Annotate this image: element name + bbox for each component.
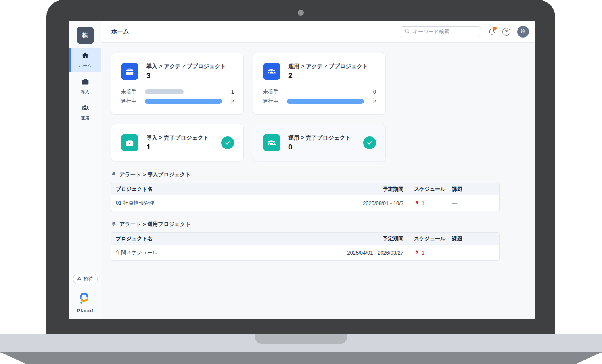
- search-icon: [405, 28, 410, 35]
- bell-icon: [111, 221, 117, 228]
- stat-label: 進行中: [121, 98, 145, 105]
- person-add-icon: [77, 276, 82, 282]
- card-title: 導入 > アクティブプロジェクト: [146, 63, 226, 70]
- alert-table-operation: プロジェクト名 予定期間 スケジュール 課題 年間スケジュール 2025/04/…: [111, 232, 500, 261]
- alert-section-title-intro: アラート > 導入プロジェクト: [111, 171, 500, 178]
- sidebar-item-label: ホーム: [79, 63, 92, 69]
- invite-button-label: 招待: [84, 276, 93, 282]
- help-button[interactable]: ?: [502, 28, 510, 36]
- card-intro-completed[interactable]: 導入 > 完了プロジェクト 1: [111, 124, 244, 161]
- invite-button[interactable]: 招待: [73, 274, 98, 284]
- progress-bar: [287, 99, 364, 104]
- stat-row: 進行中 2: [263, 98, 376, 105]
- column-header-issue: 課題: [448, 235, 499, 242]
- progress-bar: [145, 89, 184, 94]
- laptop-base-bottom: [0, 352, 602, 364]
- table-row[interactable]: 01-社員情報管理 2025/08/01 - 10/3 1 —: [111, 195, 499, 211]
- cell-schedule: 1: [410, 249, 448, 256]
- sidebar-item-label: 導入: [81, 89, 89, 95]
- question-icon: ?: [502, 28, 510, 36]
- column-header-schedule: スケジュール: [410, 186, 448, 193]
- check-icon: [363, 136, 376, 149]
- card-title: 運用 > アクティブプロジェクト: [288, 63, 368, 70]
- app-window: 株 ホーム 導入 運用: [69, 21, 535, 319]
- topbar: ホーム ? 鈴: [101, 21, 535, 43]
- alert-table-intro: プロジェクト名 予定期間 スケジュール 課題 01-社員情報管理 2025/08…: [111, 183, 500, 211]
- bell-icon: [111, 172, 117, 178]
- flame-icon: [414, 249, 420, 256]
- cell-issue: —: [448, 250, 499, 256]
- sidebar-item-intro[interactable]: 導入: [69, 74, 101, 98]
- topbar-actions: ? 鈴: [401, 26, 529, 38]
- alert-section-label: アラート > 運用プロジェクト: [119, 221, 191, 228]
- completed-cards-row: 導入 > 完了プロジェクト 1: [111, 124, 500, 161]
- people-icon: [81, 104, 89, 113]
- card-title: 導入 > 完了プロジェクト: [146, 134, 209, 141]
- sidebar-nav: ホーム 導入 運用: [69, 48, 101, 125]
- people-icon: [263, 63, 280, 80]
- column-header-period: 予定期間: [378, 186, 410, 193]
- briefcase-icon: [121, 63, 138, 80]
- column-header-issue: 課題: [448, 186, 499, 193]
- brand-name: Placul: [77, 308, 93, 314]
- main: 導入 > アクティブプロジェクト 3 未着手 1 進行中: [101, 43, 535, 319]
- card-operation-active[interactable]: 運用 > アクティブプロジェクト 2 未着手 0 進行中: [253, 53, 386, 115]
- check-icon: [221, 136, 234, 149]
- laptop-camera: [298, 10, 304, 16]
- card-count: 2: [288, 71, 368, 80]
- placul-logo-icon: [79, 291, 91, 307]
- user-avatar[interactable]: 鈴: [517, 26, 529, 38]
- table-header-row: プロジェクト名 予定期間 スケジュール 課題: [111, 233, 499, 245]
- sidebar-item-operation[interactable]: 運用: [69, 100, 101, 125]
- laptop-base-notch: [255, 334, 347, 344]
- table-row[interactable]: 年間スケジュール 2025/04/01 - 2026/03/27 1 —: [111, 245, 499, 260]
- search-input[interactable]: [413, 29, 477, 34]
- column-header-period: 予定期間: [378, 235, 410, 242]
- notification-badge: [493, 27, 497, 30]
- briefcase-icon: [81, 78, 89, 87]
- column-header-name: プロジェクト名: [111, 235, 378, 242]
- card-count: 3: [146, 71, 226, 80]
- cell-schedule: 1: [410, 200, 448, 207]
- active-cards-row: 導入 > アクティブプロジェクト 3 未着手 1 進行中: [111, 53, 500, 115]
- home-icon: [81, 52, 89, 61]
- stat-label: 進行中: [263, 98, 287, 105]
- laptop-mockup: 株 ホーム 導入 運用: [0, 0, 602, 364]
- cell-issue: —: [448, 200, 499, 206]
- notifications-button[interactable]: [488, 28, 496, 36]
- stat-value: 0: [364, 89, 376, 95]
- column-header-schedule: スケジュール: [410, 235, 448, 242]
- flame-icon: [414, 200, 420, 207]
- alert-section-title-operation: アラート > 運用プロジェクト: [111, 221, 500, 228]
- sidebar: 株 ホーム 導入 運用: [69, 21, 101, 319]
- cell-period: 2025/04/01 - 2026/03/27: [343, 250, 410, 256]
- stat-value: 2: [222, 98, 234, 104]
- card-stats: 未着手 0 進行中 2: [263, 88, 376, 105]
- workspace-logo[interactable]: 株: [77, 27, 94, 44]
- alert-section-label: アラート > 導入プロジェクト: [119, 171, 191, 178]
- sidebar-item-home[interactable]: ホーム: [69, 48, 101, 72]
- cell-project-name: 01-社員情報管理: [111, 199, 359, 207]
- stat-label: 未着手: [121, 88, 145, 95]
- brand: Placul: [77, 291, 93, 314]
- card-stats: 未着手 1 進行中 2: [121, 88, 234, 105]
- card-count: 0: [288, 143, 351, 151]
- stat-row: 進行中 2: [121, 98, 234, 105]
- schedule-alert-count: 1: [422, 250, 424, 256]
- page-title: ホーム: [111, 28, 129, 35]
- cell-project-name: 年間スケジュール: [111, 249, 343, 256]
- sidebar-bottom: 招待 Placul: [73, 274, 98, 319]
- card-count: 1: [146, 143, 209, 151]
- card-title: 運用 > 完了プロジェクト: [288, 134, 351, 141]
- content-area: ホーム ? 鈴: [101, 21, 535, 319]
- stat-value: 2: [364, 98, 376, 104]
- schedule-alert-count: 1: [422, 200, 424, 206]
- stat-label: 未着手: [263, 88, 287, 95]
- sidebar-item-label: 運用: [81, 115, 89, 121]
- column-header-name: プロジェクト名: [111, 186, 378, 193]
- card-operation-completed[interactable]: 運用 > 完了プロジェクト 0: [253, 124, 386, 161]
- progress-bar: [145, 99, 222, 104]
- cell-period: 2025/08/01 - 10/3: [359, 200, 410, 206]
- people-icon: [263, 134, 280, 151]
- card-intro-active[interactable]: 導入 > アクティブプロジェクト 3 未着手 1 進行中: [111, 53, 244, 115]
